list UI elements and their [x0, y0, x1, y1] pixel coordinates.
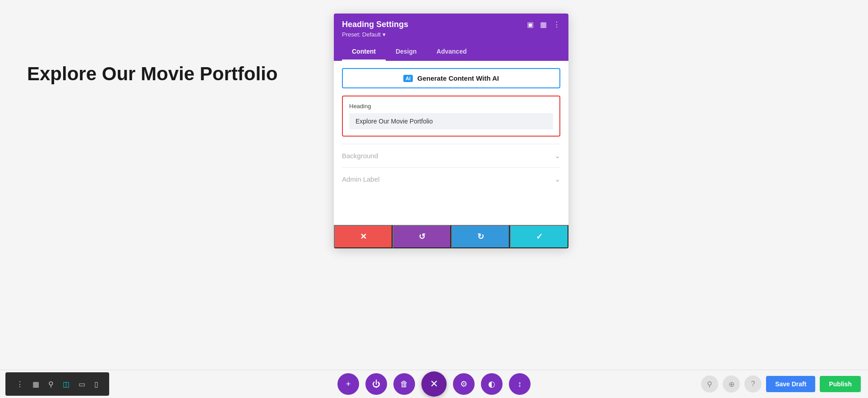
- panel-header: Heading Settings ▣ ▦ ⋮ Preset: Default ▾…: [334, 14, 568, 61]
- toolbar-mobile-icon[interactable]: ▯: [91, 377, 102, 391]
- panel-preset[interactable]: Preset: Default ▾: [342, 31, 560, 38]
- expand-icon[interactable]: ▦: [540, 20, 547, 29]
- tab-advanced[interactable]: Advanced: [427, 43, 477, 61]
- panel-header-icons: ▣ ▦ ⋮: [527, 20, 560, 29]
- admin-label-chevron-icon: ⌄: [554, 175, 560, 183]
- tab-design[interactable]: Design: [386, 43, 427, 61]
- admin-label-accordion[interactable]: Admin Label ⌄: [342, 167, 560, 191]
- cancel-button[interactable]: ✕: [334, 225, 392, 248]
- search-right-icon[interactable]: ⚲: [701, 375, 718, 393]
- panel-title-row: Heading Settings ▣ ▦ ⋮: [342, 20, 560, 29]
- toolbar-center: + ⏻ 🗑 ✕ ⚙ ◐ ↕: [337, 371, 531, 397]
- ai-button-label: Generate Content With AI: [417, 74, 499, 82]
- heading-section: Heading: [342, 96, 560, 137]
- more-options-icon[interactable]: ⋮: [553, 20, 560, 29]
- tab-content[interactable]: Content: [342, 43, 386, 61]
- background-chevron-icon: ⌄: [554, 151, 560, 160]
- redo-button[interactable]: ↻: [451, 225, 510, 248]
- panel-title: Heading Settings: [342, 20, 408, 29]
- heading-field-label: Heading: [349, 103, 553, 110]
- toolbar-tablet-icon[interactable]: ▭: [75, 377, 89, 391]
- toolbar-search-icon[interactable]: ⚲: [45, 377, 57, 391]
- toolbar-right: ⚲ ⊕ ? Save Draft Publish: [701, 375, 861, 393]
- history-button[interactable]: ◐: [481, 373, 503, 395]
- toolbar-more-icon[interactable]: ⋮: [13, 377, 27, 391]
- close-button[interactable]: ✕: [421, 371, 447, 397]
- heading-field-input[interactable]: [349, 113, 553, 129]
- settings-button[interactable]: ⚙: [453, 373, 475, 395]
- publish-button[interactable]: Publish: [820, 376, 861, 392]
- toolbar-wireframe-icon[interactable]: ▦: [29, 377, 43, 391]
- panel-tabs: Content Design Advanced: [342, 43, 560, 61]
- confirm-button[interactable]: ✓: [510, 225, 568, 248]
- toolbar-left: ⋮ ▦ ⚲ ◫ ▭ ▯: [5, 372, 109, 396]
- save-draft-button[interactable]: Save Draft: [766, 376, 815, 392]
- background-accordion[interactable]: Background ⌄: [342, 144, 560, 167]
- delete-button[interactable]: 🗑: [393, 373, 415, 395]
- layers-icon[interactable]: ⊕: [723, 375, 740, 393]
- add-module-button[interactable]: +: [337, 373, 359, 395]
- power-button[interactable]: ⏻: [365, 373, 387, 395]
- settings-panel: Heading Settings ▣ ▦ ⋮ Preset: Default ▾…: [334, 14, 568, 248]
- help-icon[interactable]: ?: [744, 375, 762, 393]
- ai-generate-button[interactable]: AI Generate Content With AI: [342, 68, 560, 88]
- focus-mode-icon[interactable]: ▣: [527, 20, 534, 29]
- bottom-toolbar: ⋮ ▦ ⚲ ◫ ▭ ▯ + ⏻ 🗑 ✕ ⚙ ◐ ↕ ⚲ ⊕ ? Save Dra…: [0, 370, 868, 398]
- layout-button[interactable]: ↕: [509, 373, 531, 395]
- toolbar-desktop-icon[interactable]: ◫: [59, 377, 73, 391]
- ai-badge: AI: [403, 75, 413, 82]
- panel-actions: ✕ ↺ ↻ ✓: [334, 225, 568, 248]
- panel-body: AI Generate Content With AI Heading Back…: [334, 61, 568, 225]
- undo-button[interactable]: ↺: [392, 225, 451, 248]
- admin-label: Admin Label: [342, 175, 379, 183]
- background-label: Background: [342, 152, 378, 160]
- panel-spacer: [342, 191, 560, 218]
